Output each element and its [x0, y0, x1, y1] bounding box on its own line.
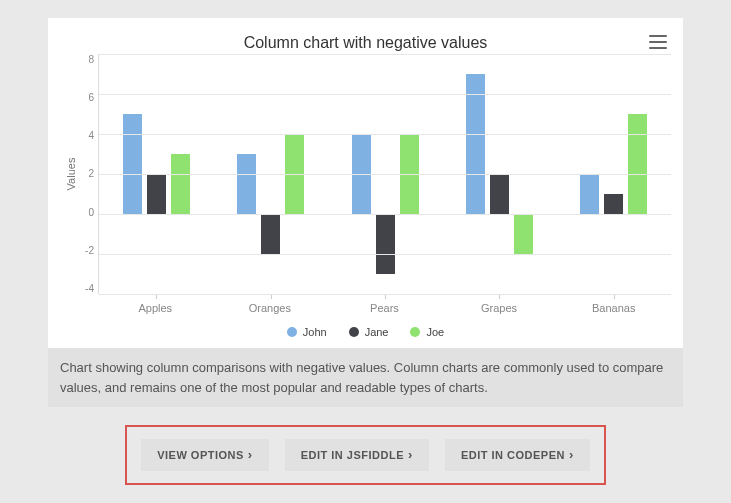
gridline — [99, 174, 671, 175]
bar-fill — [123, 114, 142, 214]
bar-fill — [490, 174, 509, 214]
edit-codepen-label: EDIT IN CODEPEN — [461, 449, 565, 461]
chart-title: Column chart with negative values — [60, 28, 671, 54]
x-label: Grapes — [442, 302, 557, 314]
y-axis-ticks: 86420-2-4 — [78, 54, 98, 294]
y-tick: 8 — [78, 54, 94, 65]
bar-fill — [628, 114, 647, 214]
gridline — [99, 134, 671, 135]
edit-jsfiddle-label: EDIT IN JSFIDDLE — [301, 449, 404, 461]
view-options-label: VIEW OPTIONS — [157, 449, 244, 461]
bar-fill — [466, 74, 485, 214]
bar-fill — [147, 174, 166, 214]
y-axis-label: Values — [65, 158, 77, 191]
y-tick: 2 — [78, 168, 94, 179]
x-axis-labels: ApplesOrangesPearsGrapesBananas — [98, 302, 671, 314]
bar-fill — [237, 154, 256, 214]
x-label: Pears — [327, 302, 442, 314]
legend-swatch — [410, 327, 420, 337]
y-tick: -4 — [78, 283, 94, 294]
x-label: Oranges — [213, 302, 328, 314]
gridline — [99, 214, 671, 215]
y-tick: -2 — [78, 245, 94, 256]
plot — [98, 54, 671, 294]
x-label: Apples — [98, 302, 213, 314]
gridline — [99, 254, 671, 255]
action-button-row: VIEW OPTIONS › EDIT IN JSFIDDLE › EDIT I… — [125, 425, 606, 485]
edit-jsfiddle-button[interactable]: EDIT IN JSFIDDLE › — [285, 439, 429, 471]
legend-swatch — [287, 327, 297, 337]
chart-card: Column chart with negative values Values… — [48, 18, 683, 348]
gridline — [99, 94, 671, 95]
bar-fill — [580, 174, 599, 214]
bar-fill — [261, 214, 280, 254]
edit-codepen-button[interactable]: EDIT IN CODEPEN › — [445, 439, 590, 471]
hamburger-icon[interactable] — [647, 32, 669, 52]
x-label: Bananas — [556, 302, 671, 314]
bar-fill — [171, 154, 190, 214]
y-tick: 6 — [78, 92, 94, 103]
legend-label: Joe — [426, 326, 444, 338]
y-tick: 0 — [78, 207, 94, 218]
view-options-button[interactable]: VIEW OPTIONS › — [141, 439, 269, 471]
bar-fill — [376, 214, 395, 274]
bar-fill — [514, 214, 533, 254]
gridline — [99, 54, 671, 55]
legend-item[interactable]: Jane — [349, 326, 389, 338]
legend-item[interactable]: John — [287, 326, 327, 338]
legend-item[interactable]: Joe — [410, 326, 444, 338]
y-tick: 4 — [78, 130, 94, 141]
legend-swatch — [349, 327, 359, 337]
legend: JohnJaneJoe — [60, 326, 671, 338]
gridline — [99, 294, 671, 295]
plot-area: Values 86420-2-4 — [60, 54, 671, 294]
bar-fill — [604, 194, 623, 214]
chart-description: Chart showing column comparisons with ne… — [48, 348, 683, 407]
legend-label: Jane — [365, 326, 389, 338]
legend-label: John — [303, 326, 327, 338]
